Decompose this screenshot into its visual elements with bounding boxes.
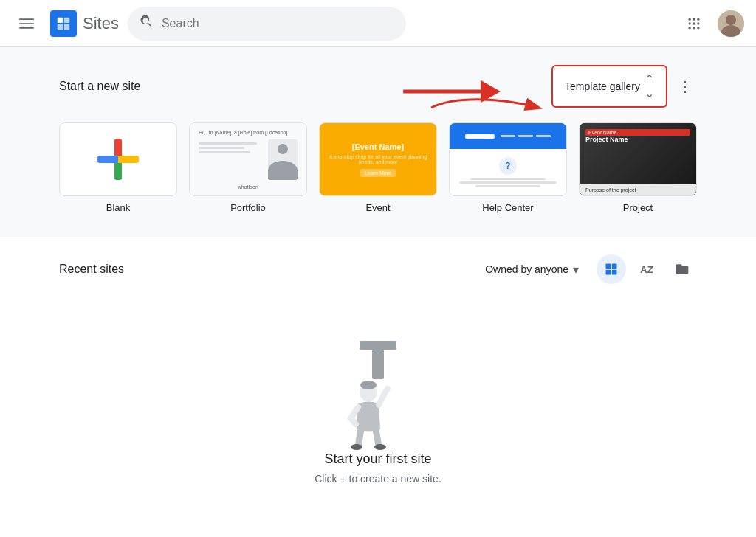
svg-rect-25	[360, 341, 396, 350]
template-helpcenter[interactable]: ? Help Center	[449, 122, 567, 213]
empty-state-subtitle: Click + to create a new site.	[315, 473, 441, 485]
google-apps-icon[interactable]	[679, 9, 709, 38]
templates-grid: Blank Hi, I'm [Name], a [Role] from [Loc…	[59, 122, 697, 213]
new-site-section: Start a new site Template gallery ⌃⌄ ⋮	[0, 47, 756, 237]
template-blank[interactable]: Blank	[59, 122, 177, 213]
svg-point-15	[697, 27, 699, 29]
project-template-title: Project Name	[585, 136, 690, 143]
event-template-title: [Event Name]	[352, 142, 404, 151]
template-name-project: Project	[579, 202, 697, 213]
template-event[interactable]: [Event Name] A one-stop shop for all you…	[319, 122, 437, 213]
new-site-title: Start a new site	[59, 80, 140, 93]
template-gallery-label: Template gallery	[565, 80, 640, 92]
sort-az-icon[interactable]: AZ	[632, 254, 662, 284]
template-gallery-area: Template gallery ⌃⌄ ⋮	[551, 65, 697, 108]
project-bottom-text: Purpose of the project	[580, 184, 696, 195]
template-name-helpcenter: Help Center	[449, 202, 567, 213]
svg-point-12	[697, 22, 699, 24]
svg-point-13	[689, 27, 691, 29]
svg-rect-4	[64, 17, 69, 22]
template-thumb-project: Event Name Project Name Purpose of the p…	[579, 122, 697, 196]
svg-point-29	[351, 444, 362, 450]
svg-point-7	[689, 18, 691, 20]
recent-sites-header: Recent sites Owned by anyone ▾ AZ	[59, 254, 697, 284]
empty-state-illustration	[330, 337, 426, 451]
grid-view-icon[interactable]	[597, 254, 626, 284]
template-name-event: Event	[319, 202, 437, 213]
more-options-icon[interactable]: ⋮	[673, 75, 697, 98]
app-header: Sites	[0, 0, 756, 47]
folder-view-icon[interactable]	[667, 254, 697, 284]
template-project[interactable]: Event Name Project Name Purpose of the p…	[579, 122, 697, 213]
svg-point-11	[693, 22, 695, 24]
view-controls: AZ	[597, 254, 697, 284]
chevron-icon: ⌃⌄	[645, 72, 654, 100]
svg-rect-0	[19, 18, 34, 20]
svg-rect-26	[372, 350, 384, 379]
empty-state-title: Start your first site	[324, 451, 431, 467]
logo-icon	[50, 10, 77, 37]
svg-point-10	[689, 22, 691, 24]
helpcenter-icon: ?	[499, 157, 517, 175]
app-logo[interactable]: Sites	[50, 10, 119, 37]
svg-rect-21	[606, 264, 611, 269]
app-name-label: Sites	[83, 14, 119, 33]
svg-point-9	[697, 18, 699, 20]
svg-rect-5	[58, 24, 63, 29]
svg-rect-6	[64, 24, 69, 29]
project-event-tag: Event Name	[585, 129, 690, 136]
template-thumb-portfolio: Hi, I'm [Name], a [Role] from [Location]…	[189, 122, 307, 196]
svg-rect-23	[606, 270, 611, 275]
recent-sites-section: Recent sites Owned by anyone ▾ AZ	[0, 237, 756, 537]
avatar[interactable]	[718, 10, 744, 37]
owned-by-chevron-icon: ▾	[573, 263, 579, 277]
svg-point-14	[693, 27, 695, 29]
template-gallery-button[interactable]: Template gallery ⌃⌄	[551, 65, 667, 108]
recent-sites-title: Recent sites	[59, 263, 124, 276]
empty-state: Start your first site Click + to create …	[59, 308, 697, 529]
plus-icon	[97, 139, 139, 180]
owned-by-label: Owned by anyone	[485, 263, 568, 275]
template-name-portfolio: Portfolio	[189, 202, 307, 213]
menu-icon[interactable]	[12, 9, 41, 38]
svg-rect-1	[19, 23, 34, 24]
owned-by-filter[interactable]: Owned by anyone ▾	[479, 258, 585, 281]
svg-rect-2	[19, 27, 34, 29]
svg-rect-24	[612, 270, 617, 275]
event-template-subtitle: A one-stop shop for all your event plann…	[326, 154, 430, 164]
search-input[interactable]	[162, 17, 395, 30]
search-icon	[140, 15, 153, 32]
search-bar[interactable]	[128, 7, 407, 41]
svg-point-8	[693, 18, 695, 20]
svg-point-17	[726, 15, 736, 25]
svg-point-30	[374, 444, 386, 450]
template-name-blank: Blank	[59, 202, 177, 213]
svg-rect-3	[58, 17, 63, 22]
event-template-button: Learn More	[360, 169, 396, 177]
template-portfolio[interactable]: Hi, I'm [Name], a [Role] from [Location]…	[189, 122, 307, 213]
sort-label: AZ	[640, 264, 653, 275]
svg-point-28	[360, 381, 377, 389]
svg-rect-22	[612, 264, 617, 269]
template-thumb-event: [Event Name] A one-stop shop for all you…	[319, 122, 437, 196]
new-site-header: Start a new site Template gallery ⌃⌄ ⋮	[59, 65, 697, 108]
template-thumb-helpcenter: ?	[449, 122, 567, 196]
template-thumb-blank	[59, 122, 177, 196]
